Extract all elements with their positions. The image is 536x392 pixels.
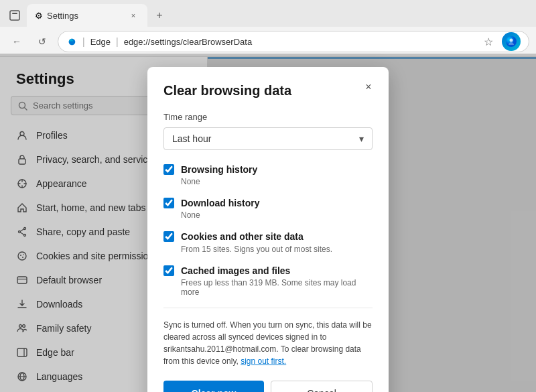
time-range-label: Time range — [163, 112, 373, 122]
checkbox-wrap-cached-images[interactable] — [163, 265, 174, 279]
chevron-down-icon: ▾ — [359, 133, 364, 144]
checkbox-sub-cookies: From 15 sites. Signs you out of most sit… — [181, 245, 332, 254]
checkbox-download-history[interactable] — [163, 198, 174, 208]
address-separator2: | — [116, 36, 119, 47]
checkbox-label-group-cached-images: Cached images and files Frees up less th… — [181, 265, 373, 297]
address-bar-row: ← ↺ | Edge | edge://settings/clearBrowse… — [0, 27, 536, 57]
checkbox-cached-images[interactable] — [163, 265, 174, 276]
checkbox-item-browsing-history: Browsing history None — [163, 164, 373, 186]
clear-browsing-data-dialog: Clear browsing data × Time range Last ho… — [147, 67, 389, 392]
svg-rect-0 — [10, 11, 19, 20]
favorites-button[interactable]: ☆ — [479, 32, 498, 51]
address-separator: | — [82, 36, 85, 47]
tab-icon-button[interactable] — [5, 6, 24, 25]
checkbox-label-group-download-history: Download history None — [181, 197, 259, 220]
address-brand: Edge — [90, 37, 111, 47]
checkbox-cookies[interactable] — [163, 231, 174, 242]
time-range-value: Last hour — [172, 133, 211, 144]
checkbox-wrap-download-history[interactable] — [163, 198, 174, 211]
svg-rect-1 — [12, 13, 17, 14]
checkbox-label-cookies[interactable]: Cookies and other site data — [181, 231, 304, 242]
cancel-button[interactable]: Cancel — [271, 381, 373, 392]
tab-title: Settings — [47, 11, 123, 21]
checkbox-sub-download-history: None — [181, 210, 259, 220]
checkbox-wrap-browsing-history[interactable] — [163, 164, 174, 178]
address-bar[interactable]: | Edge | edge://settings/clearBrowserDat… — [58, 31, 529, 52]
time-range-dropdown[interactable]: Last hour ▾ — [163, 127, 373, 150]
sync-notice: Sync is turned off. When you turn on syn… — [163, 319, 373, 367]
dialog-close-button[interactable]: × — [359, 78, 378, 96]
tab-favicon: ⚙ — [35, 11, 43, 21]
checkbox-item-cached-images: Cached images and files Frees up less th… — [163, 265, 373, 297]
dialog-overlay: Clear browsing data × Time range Last ho… — [0, 54, 536, 392]
divider — [163, 308, 373, 308]
tab-bar: ⚙ Settings × + — [0, 0, 536, 27]
dialog-title: Clear browsing data — [163, 83, 373, 99]
tab-close-button[interactable]: × — [127, 9, 139, 21]
settings-tab[interactable]: ⚙ Settings × — [27, 4, 147, 27]
checkbox-label-group-cookies: Cookies and other site data From 15 site… — [181, 231, 332, 253]
checkbox-label-download-history[interactable]: Download history — [181, 198, 259, 208]
svg-point-3 — [510, 39, 513, 42]
dialog-actions: Clear now Cancel — [163, 381, 373, 392]
checkbox-wrap-cookies[interactable] — [163, 231, 174, 245]
checkbox-label-group-browsing-history: Browsing history None — [181, 164, 257, 186]
back-button[interactable]: ← — [7, 31, 27, 52]
edge-logo-icon — [66, 36, 77, 47]
address-actions: ☆ — [479, 32, 521, 51]
address-url: edge://settings/clearBrowserData — [124, 37, 252, 47]
checkbox-item-download-history: Download history None — [163, 197, 373, 220]
sign-out-link[interactable]: sign out first. — [241, 356, 286, 366]
clear-now-button[interactable]: Clear now — [163, 381, 264, 392]
new-tab-button[interactable]: + — [150, 6, 169, 25]
checkbox-label-cached-images[interactable]: Cached images and files — [181, 265, 290, 276]
checkbox-sub-browsing-history: None — [181, 177, 257, 186]
checkbox-sub-cached-images: Frees up less than 319 MB. Some sites ma… — [181, 278, 373, 297]
checkbox-item-cookies: Cookies and other site data From 15 site… — [163, 231, 373, 253]
browser-chrome: ⚙ Settings × + ← ↺ | Edge | edge://setti… — [0, 0, 536, 57]
checkbox-label-browsing-history[interactable]: Browsing history — [181, 164, 257, 175]
checkbox-browsing-history[interactable] — [163, 164, 174, 175]
checkboxes-container: Browsing history None Download history N… — [163, 164, 373, 297]
profile-icon[interactable] — [502, 32, 521, 51]
refresh-button[interactable]: ↺ — [32, 31, 52, 52]
